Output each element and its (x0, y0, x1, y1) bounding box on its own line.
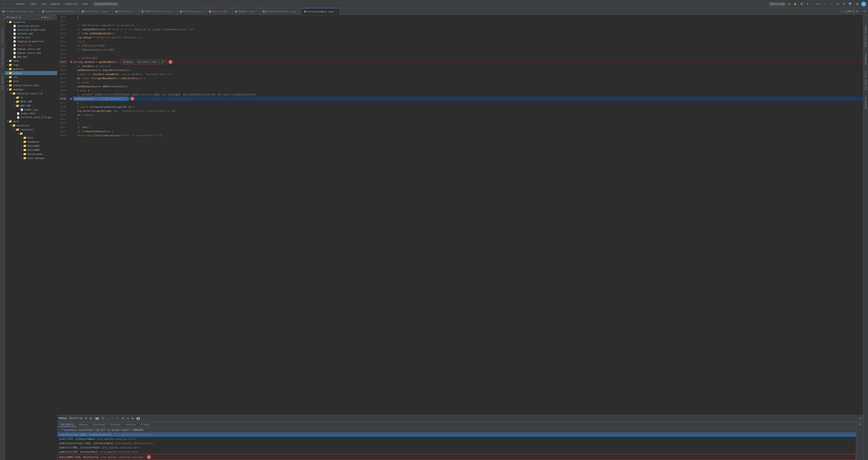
sidebar-item-modules[interactable]: ► 📁 modules (5, 67, 57, 71)
tab-close-icon[interactable]: ✕ (135, 10, 137, 13)
debug-settings-icon[interactable]: ⚙ (859, 417, 861, 420)
tab-close-icon[interactable]: ✕ (109, 10, 111, 13)
tab-mapper[interactable]: Mapper.java ✕ (232, 8, 260, 15)
tab-dircontext[interactable]: DirContext ✕ (113, 8, 139, 15)
sidebar-item-work-catalina[interactable]: ▼ 📁 Catalina (5, 123, 57, 128)
step-into-button[interactable]: ↓ (106, 416, 110, 421)
pause-button[interactable]: ▮▮ (94, 416, 100, 421)
sidebar-item-servelet-test[interactable]: ▼ 📁 servelet-test-1.0 (5, 91, 57, 96)
git-check2[interactable]: ✓ (829, 2, 834, 6)
sidebar-item-server-xml[interactable]: 📄 server.xml (5, 43, 57, 47)
sidebar-item-catalina-properties[interactable]: 📄 catalina.properties (5, 28, 57, 32)
resume-button[interactable]: ▶ (89, 416, 94, 421)
user-avatar[interactable]: U (861, 2, 866, 7)
sidebar-item-host-manager[interactable]: ► 📁 host-manager (5, 156, 57, 160)
git-check[interactable]: ✓ (823, 2, 828, 6)
sidebar-item-catalina-policy[interactable]: 📄 catalina.policy (5, 24, 57, 28)
debug-tab-threads[interactable]: Threads (107, 423, 123, 426)
vtab-structure[interactable]: Structure (1, 29, 4, 43)
tab-standardcontext[interactable]: StandardContext.java ✕ (260, 8, 302, 15)
tab-filedircontext[interactable]: FileDirContext.java ✕ (0, 8, 40, 15)
tab-containerbase[interactable]: ContainerBase.java ✕ (302, 8, 340, 15)
breadcrumb-catalina[interactable]: catalina (65, 2, 77, 5)
tab-dircontext-java[interactable]: DirContext.java ✕ (80, 8, 113, 15)
tab-close-icon[interactable]: ✕ (336, 10, 337, 13)
sidebar-close-icon[interactable]: − (50, 16, 52, 19)
sidebar-item-underscore[interactable]: ▼ 📁 _ (5, 132, 57, 136)
frame-item-addchildinternal[interactable]: addChildInternal:1026, ContainerBase (or… (57, 441, 856, 446)
sidebar-expand-icon[interactable]: □ (47, 16, 49, 19)
vtab-bookmarks[interactable]: Bookmarks (864, 95, 867, 110)
sidebar-item-catalina-root[interactable]: ▼ 📁 Catalina (5, 20, 57, 24)
tab-basedircontext[interactable]: BaseDirContext.java ✕ (40, 8, 80, 15)
sidebar-settings-icon[interactable]: ⚙ (41, 16, 43, 19)
sidebar-item-java[interactable]: ► 📁 java (5, 59, 57, 63)
breadcrumb-core[interactable]: core (82, 2, 88, 5)
sidebar-item-js[interactable]: ► 📁 js (5, 96, 57, 100)
stop-debug-button[interactable]: ■ (126, 416, 130, 421)
run-to-cursor-button[interactable]: → (115, 416, 120, 421)
sidebar-item-tomcat-users-xsd[interactable]: 📄 tomcat-users.xsd (5, 51, 57, 55)
step-over-button[interactable]: ↻ (101, 416, 105, 421)
forward-button[interactable]: → (9, 2, 14, 6)
tab-serverxml[interactable]: server.xml ✕ (207, 8, 232, 15)
tab-close-icon[interactable]: ✕ (75, 10, 77, 13)
sidebar-item-index-html[interactable]: 📄 index.html (5, 111, 57, 116)
vtab-database[interactable]: Database (864, 52, 867, 66)
frame-item-startinternal[interactable]: startInternal:5636, StandardContext (org… (57, 432, 856, 437)
tab-close-icon[interactable]: ✕ (36, 10, 37, 13)
tab-close-icon[interactable]: ✕ (203, 10, 204, 13)
step-out-button[interactable]: ↑ (111, 416, 114, 421)
sidebar-item-logs[interactable]: ► 📁 logs (5, 63, 57, 67)
sidebar-item-docs[interactable]: ► 📁 docs (5, 136, 57, 140)
run-button[interactable]: ▶ (787, 2, 792, 6)
sidebar-item-tomcat-build-libs[interactable]: ► 📁 tomcat-build-libs (5, 83, 57, 87)
frame-item-deploywar[interactable]: deployWAR:1259, HostConfig (org.apache.c… (57, 454, 856, 460)
sidebar-item-localhost[interactable]: ▼ 📁 localhost (5, 128, 57, 132)
evaluate-button[interactable]: ✕ (121, 416, 125, 421)
sidebar-item-res[interactable]: ► 📁 res (5, 75, 57, 79)
filter-icon[interactable]: ▼ (859, 423, 861, 426)
sidebar-item-tomcat-users-xml[interactable]: 📄 tomcat-users.xml (5, 47, 57, 51)
sidebar-item-web-xml[interactable]: 📄 web.xml (5, 55, 57, 59)
git-history[interactable]: ◷ (835, 2, 840, 6)
vtab-big-data[interactable]: Big Data Tools (864, 70, 867, 91)
record-button[interactable]: ● (131, 416, 134, 421)
sidebar-item-hello3[interactable]: ► 📁 Hello##3 (5, 148, 57, 152)
debug-tab-overhead[interactable]: Overhead (91, 423, 107, 426)
vtab-full-requests[interactable]: Full Requests (1, 71, 4, 92)
stop-button[interactable]: ■ (806, 2, 810, 6)
sidebar-item-test[interactable]: ► 📁 test (5, 79, 57, 83)
search-button[interactable]: 🔍 (847, 2, 854, 6)
tab-zipfile[interactable]: ZipFile.java ✕ (178, 8, 207, 15)
sidebar-item-war[interactable]: 📄 servelet-test-1.0.war (5, 116, 57, 119)
sidebar-dots-icon[interactable]: ⋮ (53, 16, 55, 19)
debug-tab-frames[interactable]: Frames (139, 423, 152, 426)
sidebar-item-logging-properties[interactable]: 📄 logging.properties (5, 39, 57, 43)
sidebar-item-output[interactable]: ▼ 📁 output (5, 71, 57, 75)
sidebar-item-context-xml[interactable]: 📄 context.xml (5, 32, 57, 36)
back-button[interactable]: ← (2, 2, 7, 6)
sidebar-item-helloluban[interactable]: ► 📁 HelloLuban (5, 152, 57, 156)
sidebar-item-examples[interactable]: ► 📁 examples (5, 140, 57, 144)
mute-button[interactable]: ▮▮ (135, 416, 141, 421)
sidebar-item-hello2[interactable]: ► 📁 Hello##2 (5, 144, 57, 148)
debug-tab-memory[interactable]: Memory (77, 423, 90, 426)
frame-item-addchild998[interactable]: addChild:998, ContainerBase (org.apache.… (57, 446, 856, 450)
frame-item-start[interactable]: start:143, LifecycleBase (org.apache.cat… (57, 437, 856, 441)
tab-close-icon[interactable]: ✕ (256, 10, 258, 13)
breadcrumb-apache[interactable]: apache (51, 2, 60, 5)
breadcrumb-java[interactable]: java (30, 2, 36, 5)
debug-button[interactable]: ▶ (793, 2, 798, 6)
breadcrumb-tomcat[interactable]: tomcat (16, 2, 25, 5)
code-editor[interactable]: 5616 5617 5618 5619 5620 5621 5622 5623 … (57, 15, 863, 415)
tab-close-icon[interactable]: ✕ (229, 10, 230, 13)
sidebar-sort-icon[interactable]: ▼ (44, 16, 46, 19)
frame-item-addchild710[interactable]: addChild:710, StandardHost (org.apache.c… (57, 450, 856, 454)
sidebar-item-hello-txt[interactable]: 📄 hello.txt (5, 36, 57, 39)
debug-tab-console[interactable]: Console (123, 423, 138, 426)
sidebar-item-work[interactable]: ▼ 📁 work (5, 119, 57, 123)
tab-close-icon[interactable]: ✕ (174, 10, 175, 13)
vtab-pull-requests[interactable]: Pull Requests (1, 47, 4, 68)
debug-tab-variables[interactable]: Variables (58, 422, 76, 427)
